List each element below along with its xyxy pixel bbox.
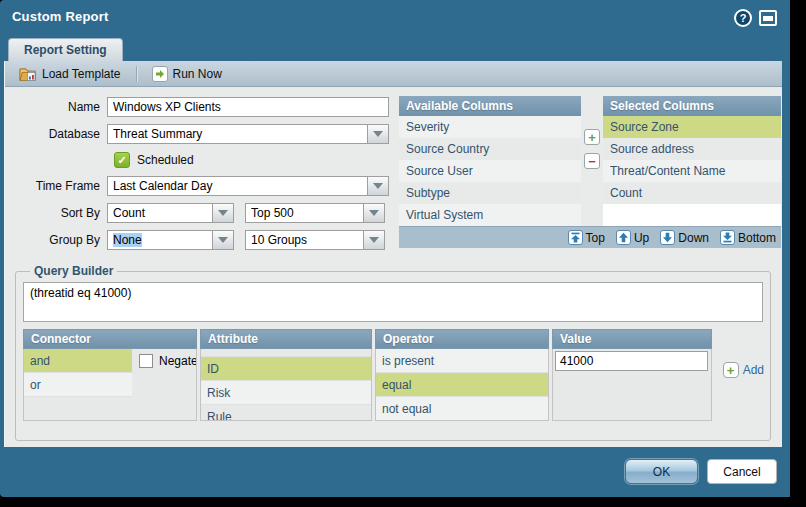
list-item[interactable]: Source Country xyxy=(399,138,581,160)
cancel-button[interactable]: Cancel xyxy=(707,459,777,484)
available-columns-list: Severity Source Country Source User Subt… xyxy=(399,116,581,226)
attribute-option-selected[interactable]: ID xyxy=(201,357,371,381)
list-item[interactable]: Severity xyxy=(399,116,581,138)
group-by-value: None xyxy=(108,233,212,247)
time-frame-row: Time Frame Last Calendar Day xyxy=(5,175,389,197)
database-value: Threat Summary xyxy=(108,127,367,141)
sort-by-value: Count xyxy=(108,206,212,220)
chevron-down-icon xyxy=(218,210,228,216)
chevron-down-icon xyxy=(369,210,379,216)
selected-columns-panel: Selected Columns Source Zone Source addr… xyxy=(603,96,781,226)
move-top-icon xyxy=(568,230,583,245)
value-input[interactable] xyxy=(555,351,708,371)
top-limit-dropdown-arrow[interactable] xyxy=(363,204,384,222)
list-item[interactable]: Source address xyxy=(603,138,781,160)
time-frame-dropdown[interactable]: Last Calendar Day xyxy=(107,176,389,196)
group-by-dropdown[interactable]: None xyxy=(107,230,234,250)
move-up-label: Up xyxy=(634,231,649,245)
run-now-button[interactable]: Run Now xyxy=(147,64,227,84)
remove-column-button[interactable]: − xyxy=(584,153,600,169)
tab-report-setting[interactable]: Report Setting xyxy=(8,38,123,61)
list-item[interactable]: Count xyxy=(603,182,781,204)
scheduled-checkbox[interactable]: ✓ xyxy=(114,152,130,168)
add-condition-button[interactable]: + Add xyxy=(723,362,764,378)
operator-option[interactable]: not equal xyxy=(376,397,548,421)
groups-count-dropdown[interactable]: 10 Groups xyxy=(245,230,385,250)
custom-report-dialog: Custom Report ? Report Setting Load Temp… xyxy=(0,0,790,497)
sort-by-dropdown[interactable]: Count xyxy=(107,203,234,223)
connector-option[interactable]: or xyxy=(24,373,132,397)
chevron-down-icon xyxy=(373,131,383,137)
attribute-option[interactable]: Risk xyxy=(201,381,371,405)
negate-checkbox[interactable] xyxy=(139,354,153,368)
move-bottom-button[interactable]: Bottom xyxy=(720,230,776,245)
selected-text: None xyxy=(113,233,142,247)
move-up-icon xyxy=(616,230,631,245)
list-item[interactable]: Virtual System xyxy=(399,204,581,226)
negate-control: Negate xyxy=(139,354,197,368)
move-bottom-icon xyxy=(720,230,735,245)
add-label: Add xyxy=(743,363,764,377)
operator-option[interactable]: is present xyxy=(376,349,548,373)
list-item[interactable]: Subtype xyxy=(399,182,581,204)
attribute-body: Destination User ID Risk Rule xyxy=(200,349,372,421)
folder-icon xyxy=(19,67,37,81)
chevron-down-icon xyxy=(218,237,228,243)
help-icon[interactable]: ? xyxy=(734,9,752,27)
query-builder: Query Builder (threatid eq 41000) Connec… xyxy=(15,264,771,441)
operator-column: Operator is present equal not equal xyxy=(375,329,549,421)
move-top-label: Top xyxy=(586,231,605,245)
selected-columns-list: Source Zone Source address Threat/Conten… xyxy=(603,116,781,226)
list-item[interactable]: Threat/Content Name xyxy=(603,160,781,182)
query-text-area[interactable]: (threatid eq 41000) xyxy=(23,282,763,322)
list-item-selected[interactable]: Source Zone xyxy=(603,116,781,138)
tab-row: Report Setting xyxy=(0,38,790,61)
load-template-label: Load Template xyxy=(42,67,121,81)
toolbar: Load Template Run Now xyxy=(5,61,782,87)
group-by-dropdown-arrow[interactable] xyxy=(212,231,233,249)
ok-button[interactable]: OK xyxy=(625,459,698,484)
group-by-label: Group By xyxy=(5,233,107,247)
minimize-icon[interactable] xyxy=(759,10,777,26)
chevron-down-icon xyxy=(369,237,379,243)
move-up-button[interactable]: Up xyxy=(616,230,649,245)
top-limit-dropdown[interactable]: Top 500 xyxy=(245,203,385,223)
attribute-option[interactable]: Rule xyxy=(201,405,371,421)
load-template-button[interactable]: Load Template xyxy=(14,65,126,83)
name-input[interactable] xyxy=(107,97,389,117)
groups-count-dropdown-arrow[interactable] xyxy=(363,231,384,249)
chevron-down-icon xyxy=(373,183,383,189)
column-order-bar: Top Up Down xyxy=(399,226,781,248)
sort-by-dropdown-arrow[interactable] xyxy=(212,204,233,222)
attribute-column: Attribute Destination User ID Risk Rule xyxy=(200,329,372,421)
move-down-label: Down xyxy=(678,231,709,245)
operator-header: Operator xyxy=(375,329,549,349)
footer-bar: OK Cancel xyxy=(0,447,790,497)
database-dropdown[interactable]: Threat Summary xyxy=(107,124,389,144)
negate-label: Negate xyxy=(159,354,197,368)
column-picker: Available Columns Severity Source Countr… xyxy=(399,96,781,248)
move-down-icon xyxy=(660,230,675,245)
database-dropdown-arrow[interactable] xyxy=(367,125,388,143)
move-top-button[interactable]: Top xyxy=(568,230,605,245)
operator-option-selected[interactable]: equal xyxy=(376,373,548,397)
operator-body: is present equal not equal xyxy=(375,349,549,421)
title-bar: Custom Report ? xyxy=(0,0,790,38)
scheduled-label: Scheduled xyxy=(137,153,194,167)
database-row: Database Threat Summary xyxy=(5,123,389,145)
connector-option-selected[interactable]: and xyxy=(24,349,132,373)
value-body xyxy=(552,349,712,421)
add-column-button[interactable]: + xyxy=(584,129,600,145)
query-builder-legend: Query Builder xyxy=(30,264,117,278)
move-down-button[interactable]: Down xyxy=(660,230,709,245)
attribute-option[interactable]: Destination User xyxy=(201,349,371,357)
time-frame-value: Last Calendar Day xyxy=(108,179,367,193)
toolbar-separator xyxy=(136,66,137,82)
list-item[interactable]: Source User xyxy=(399,160,581,182)
name-row: Name xyxy=(5,96,389,118)
query-condition-table: Connector and or Negate Attribute xyxy=(23,329,763,421)
time-frame-dropdown-arrow[interactable] xyxy=(367,177,388,195)
connector-body: and or Negate xyxy=(23,349,197,421)
available-columns-panel: Available Columns Severity Source Countr… xyxy=(399,96,581,226)
groups-count-value: 10 Groups xyxy=(246,233,363,247)
